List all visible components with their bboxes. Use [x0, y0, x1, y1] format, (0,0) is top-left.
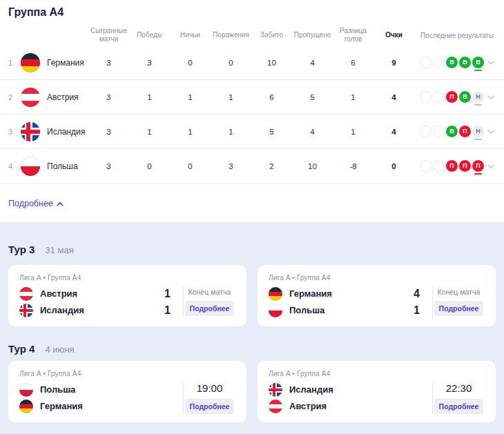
- rank-number: 3: [8, 128, 18, 136]
- team-score: 1: [164, 304, 183, 317]
- home-team-row: Польша: [19, 382, 183, 397]
- match-breadcrumb: Лига A • Группа A4: [269, 370, 485, 377]
- match-details-button[interactable]: Подробнее: [185, 399, 235, 414]
- header-goal-diff: Разница голов: [333, 27, 374, 43]
- round-3-cards: Лига A • Группа A4 Австрия 1 Исландия 1: [8, 265, 496, 326]
- draws-value: 1: [170, 93, 211, 101]
- losses-value: 3: [211, 162, 251, 170]
- header-conceded: Пропущено: [292, 31, 333, 39]
- away-team-row: Исландия 1: [19, 303, 183, 317]
- played-value: 3: [88, 162, 129, 170]
- fixtures-section: Тур 3 31 мая Лига A • Группа A4 Австрия …: [0, 222, 504, 434]
- result-badge: [420, 160, 432, 172]
- result-badge: П: [446, 91, 458, 103]
- team-name: Германия: [289, 288, 414, 299]
- result-badge: [420, 126, 432, 137]
- result-badges: В П Н: [420, 126, 484, 137]
- standings-table: Группа A4 Сыгранные матчи Победы Ничьи П…: [0, 0, 504, 209]
- match-teams: Польша Германия: [19, 382, 183, 414]
- header-wins: Победы: [129, 31, 170, 39]
- result-badge: [433, 160, 445, 172]
- standings-row-poland[interactable]: 4 Польша 3 0 0 3 2 10 -8 0 П П П: [0, 149, 504, 184]
- rank-number: 4: [8, 162, 18, 170]
- standings-row-austria[interactable]: 2 Австрия 3 1 1 1 6 5 1 4 П В Н: [0, 80, 504, 115]
- home-team-row: Исландия: [269, 382, 432, 397]
- result-badge: [420, 57, 432, 68]
- draws-value: 0: [170, 162, 211, 170]
- draws-value: 0: [170, 59, 211, 67]
- away-team-row: Польша 1: [269, 303, 432, 317]
- recent-results-toggle[interactable]: В П Н: [414, 126, 504, 137]
- goal-diff-value: -8: [333, 162, 374, 170]
- goal-diff-value: 1: [333, 128, 374, 136]
- match-card-iceland-austria: Лига A • Группа A4 Исландия Австрия: [258, 361, 496, 422]
- recent-results-toggle[interactable]: П П П: [414, 160, 504, 172]
- match-kickoff-time: 19:00: [197, 382, 223, 394]
- scored-value: 6: [251, 93, 292, 101]
- iceland-flag-icon: [269, 383, 282, 397]
- result-badge: [420, 91, 432, 103]
- match-card-germany-poland: Лига A • Группа A4 Германия 4 Польша 1: [258, 265, 496, 326]
- chevron-down-icon: [487, 130, 494, 134]
- austria-flag-icon: [21, 88, 40, 107]
- match-details-button[interactable]: Подробнее: [434, 399, 484, 414]
- home-team-row: Германия 4: [269, 286, 432, 301]
- wins-value: 0: [129, 162, 170, 170]
- result-badges: П П П: [420, 160, 484, 172]
- chevron-up-icon: [57, 198, 64, 209]
- standings-row-iceland[interactable]: 3 Исландия 3 1 1 1 5 4 1 4 В П Н: [0, 115, 504, 149]
- team-name: Германия: [40, 401, 183, 411]
- match-body: Исландия Австрия 22:30 Подробнее: [269, 382, 485, 414]
- losses-value: 0: [211, 59, 251, 67]
- result-badge-latest: В: [472, 57, 484, 68]
- germany-flag-icon: [19, 400, 33, 413]
- result-badge: В: [459, 91, 471, 103]
- team-name: Германия: [47, 58, 84, 68]
- germany-flag-icon: [269, 287, 282, 301]
- played-value: 3: [88, 59, 129, 67]
- header-scored: Забито: [251, 31, 292, 39]
- draws-value: 1: [170, 128, 211, 136]
- match-side-panel: 22:30 Подробнее: [432, 382, 485, 414]
- scored-value: 2: [251, 162, 292, 170]
- match-status: Конец матча: [188, 288, 231, 296]
- round-4-cards: Лига A • Группа A4 Польша Германия: [8, 361, 496, 422]
- team-name: Австрия: [289, 401, 432, 411]
- standings-row-germany[interactable]: 1 Германия 3 3 0 0 10 4 6 9 В В В: [0, 46, 504, 80]
- result-badge-latest: П: [472, 160, 484, 172]
- conceded-value: 5: [292, 93, 333, 101]
- result-badge-latest: Н: [472, 126, 484, 137]
- recent-results-toggle[interactable]: П В Н: [414, 91, 504, 103]
- goal-diff-value: 6: [333, 59, 374, 67]
- team-cell: 4 Польша: [8, 157, 88, 176]
- austria-flag-icon: [19, 287, 33, 301]
- team-name: Австрия: [40, 288, 164, 299]
- match-kickoff-time: 22:30: [446, 382, 472, 394]
- match-status: Конец матча: [438, 288, 480, 296]
- round-title: Тур 3: [8, 244, 35, 256]
- austria-flag-icon: [269, 400, 282, 413]
- match-teams: Австрия 1 Исландия 1: [19, 286, 183, 317]
- round-4-header: Тур 4 4 июня: [8, 343, 496, 355]
- header-draws: Ничьи: [170, 31, 211, 39]
- team-cell: 2 Австрия: [8, 88, 88, 107]
- match-details-button[interactable]: Подробнее: [185, 301, 235, 316]
- wins-value: 1: [129, 128, 170, 136]
- match-breadcrumb: Лига A • Группа A4: [19, 370, 235, 377]
- match-body: Германия 4 Польша 1 Конец матча Подробне…: [269, 286, 485, 317]
- result-badge: В: [446, 57, 458, 68]
- wins-value: 3: [129, 59, 170, 67]
- result-badge: [433, 126, 445, 137]
- match-teams: Германия 4 Польша 1: [269, 286, 432, 317]
- group-title: Группа A4: [8, 6, 504, 19]
- team-name: Польша: [47, 161, 78, 171]
- rank-number: 1: [8, 59, 18, 67]
- result-badge: П: [459, 160, 471, 172]
- group-standings-widget: Группа A4 Сыгранные матчи Победы Ничьи П…: [0, 0, 504, 434]
- home-team-row: Австрия 1: [19, 286, 183, 301]
- collapse-details-link[interactable]: Подробнее: [8, 198, 64, 209]
- match-details-button[interactable]: Подробнее: [434, 301, 484, 316]
- recent-results-toggle[interactable]: В В В: [414, 57, 504, 68]
- chevron-down-icon: [487, 61, 494, 65]
- match-body: Польша Германия 19:00 Подробнее: [19, 382, 235, 414]
